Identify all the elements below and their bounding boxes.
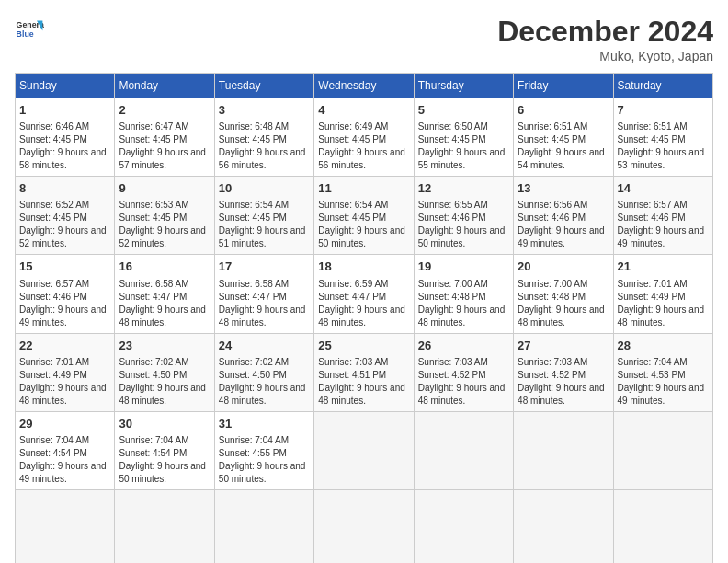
day-number: 17 [219, 259, 310, 275]
calendar-cell: 5Sunrise: 6:50 AMSunset: 4:45 PMDaylight… [414, 98, 513, 177]
sunset: Sunset: 4:46 PM [518, 213, 586, 223]
calendar-cell: 12Sunrise: 6:55 AMSunset: 4:46 PMDayligh… [414, 177, 513, 255]
calendar-cell [115, 489, 214, 563]
daylight-label: Daylight: 9 hours and 48 minutes. [19, 383, 107, 406]
calendar-row: 15Sunrise: 6:57 AMSunset: 4:46 PMDayligh… [16, 255, 713, 333]
calendar-cell: 13Sunrise: 6:56 AMSunset: 4:46 PMDayligh… [514, 177, 613, 255]
calendar-cell: 20Sunrise: 7:00 AMSunset: 4:48 PMDayligh… [514, 255, 613, 333]
sunrise: Sunrise: 7:03 AM [518, 357, 587, 367]
sunrise: Sunrise: 7:00 AM [418, 279, 488, 289]
sunrise: Sunrise: 7:02 AM [119, 357, 188, 367]
sunrise: Sunrise: 7:04 AM [219, 435, 289, 445]
day-header-row: Sunday Monday Tuesday Wednesday Thursday… [16, 74, 713, 98]
calendar-cell: 11Sunrise: 6:54 AMSunset: 4:45 PMDayligh… [314, 177, 414, 255]
daylight-label: Daylight: 9 hours and 56 minutes. [219, 147, 306, 170]
sunset: Sunset: 4:50 PM [219, 370, 287, 380]
sunrise: Sunrise: 6:50 AM [418, 121, 488, 132]
sunset: Sunset: 4:45 PM [318, 213, 386, 223]
sunset: Sunset: 4:45 PM [219, 213, 287, 223]
day-number: 20 [518, 259, 609, 275]
calendar-cell: 3Sunrise: 6:48 AMSunset: 4:45 PMDaylight… [214, 98, 313, 177]
day-number: 30 [119, 416, 210, 432]
daylight-label: Daylight: 9 hours and 48 minutes. [318, 383, 405, 406]
col-tuesday: Tuesday [214, 74, 313, 98]
daylight-label: Daylight: 9 hours and 51 minutes. [219, 225, 306, 248]
sunrise: Sunrise: 7:01 AM [618, 279, 688, 289]
sunset: Sunset: 4:45 PM [219, 134, 287, 144]
day-number: 3 [219, 102, 310, 119]
calendar-cell [414, 411, 513, 489]
daylight-label: Daylight: 9 hours and 48 minutes. [119, 383, 206, 406]
calendar-cell: 15Sunrise: 6:57 AMSunset: 4:46 PMDayligh… [16, 255, 115, 333]
calendar-cell: 29Sunrise: 7:04 AMSunset: 4:54 PMDayligh… [16, 411, 115, 489]
calendar-cell [514, 411, 613, 489]
day-number: 22 [19, 338, 110, 354]
sunset: Sunset: 4:45 PM [518, 134, 586, 144]
sunrise: Sunrise: 6:57 AM [19, 279, 89, 289]
calendar-cell: 28Sunrise: 7:04 AMSunset: 4:53 PMDayligh… [613, 333, 712, 411]
page-header: General Blue December 2024 Muko, Kyoto, … [15, 15, 713, 63]
sunrise: Sunrise: 6:51 AM [618, 121, 688, 132]
sunset: Sunset: 4:45 PM [318, 134, 386, 144]
sunset: Sunset: 4:45 PM [19, 213, 87, 223]
sunrise: Sunrise: 6:51 AM [518, 121, 587, 132]
sunset: Sunset: 4:48 PM [518, 292, 586, 302]
day-number: 28 [618, 338, 709, 354]
calendar-table: Sunday Monday Tuesday Wednesday Thursday… [15, 73, 713, 563]
calendar-row: 29Sunrise: 7:04 AMSunset: 4:54 PMDayligh… [16, 411, 713, 489]
day-number: 27 [518, 338, 609, 354]
calendar-cell [514, 489, 613, 563]
day-number: 6 [518, 102, 609, 119]
calendar-cell [613, 489, 712, 563]
sunrise: Sunrise: 7:04 AM [19, 435, 89, 445]
sunset: Sunset: 4:52 PM [518, 370, 586, 380]
calendar-cell: 22Sunrise: 7:01 AMSunset: 4:49 PMDayligh… [16, 333, 115, 411]
sunset: Sunset: 4:54 PM [19, 448, 87, 458]
calendar-cell: 4Sunrise: 6:49 AMSunset: 4:45 PMDaylight… [314, 98, 414, 177]
day-number: 26 [418, 338, 509, 354]
calendar-cell: 19Sunrise: 7:00 AMSunset: 4:48 PMDayligh… [414, 255, 513, 333]
daylight-label: Daylight: 9 hours and 49 minutes. [618, 383, 705, 406]
sunset: Sunset: 4:47 PM [318, 292, 386, 302]
calendar-cell: 17Sunrise: 6:58 AMSunset: 4:47 PMDayligh… [214, 255, 313, 333]
calendar-cell: 25Sunrise: 7:03 AMSunset: 4:51 PMDayligh… [314, 333, 414, 411]
daylight-label: Daylight: 9 hours and 48 minutes. [219, 383, 306, 406]
daylight-label: Daylight: 9 hours and 48 minutes. [418, 304, 506, 327]
sunset: Sunset: 4:55 PM [219, 448, 287, 458]
calendar-cell: 16Sunrise: 6:58 AMSunset: 4:47 PMDayligh… [115, 255, 214, 333]
calendar-cell: 10Sunrise: 6:54 AMSunset: 4:45 PMDayligh… [214, 177, 313, 255]
calendar-cell [314, 489, 414, 563]
sunset: Sunset: 4:45 PM [19, 134, 87, 144]
day-number: 23 [119, 338, 210, 354]
day-number: 14 [618, 180, 709, 197]
day-number: 16 [119, 259, 210, 275]
calendar-cell [214, 489, 313, 563]
day-number: 7 [618, 102, 709, 119]
calendar-cell: 2Sunrise: 6:47 AMSunset: 4:45 PMDaylight… [115, 98, 214, 177]
sunrise: Sunrise: 6:49 AM [318, 121, 388, 132]
logo-icon: General Blue [15, 15, 44, 44]
daylight-label: Daylight: 9 hours and 48 minutes. [518, 383, 605, 406]
sunrise: Sunrise: 7:01 AM [19, 357, 89, 367]
calendar-cell: 14Sunrise: 6:57 AMSunset: 4:46 PMDayligh… [613, 177, 712, 255]
day-number: 9 [119, 180, 210, 197]
daylight-label: Daylight: 9 hours and 57 minutes. [119, 147, 206, 170]
calendar-cell: 23Sunrise: 7:02 AMSunset: 4:50 PMDayligh… [115, 333, 214, 411]
sunset: Sunset: 4:48 PM [418, 292, 486, 302]
sunrise: Sunrise: 7:03 AM [418, 357, 488, 367]
sunrise: Sunrise: 7:00 AM [518, 279, 587, 289]
sunset: Sunset: 4:46 PM [418, 213, 486, 223]
day-number: 4 [318, 102, 409, 119]
sunrise: Sunrise: 6:48 AM [219, 121, 289, 132]
calendar-row: 22Sunrise: 7:01 AMSunset: 4:49 PMDayligh… [16, 333, 713, 411]
sunrise: Sunrise: 6:55 AM [418, 200, 488, 210]
calendar-cell: 9Sunrise: 6:53 AMSunset: 4:45 PMDaylight… [115, 177, 214, 255]
daylight-label: Daylight: 9 hours and 53 minutes. [618, 147, 705, 170]
day-number: 15 [19, 259, 110, 275]
daylight-label: Daylight: 9 hours and 50 minutes. [219, 461, 306, 484]
daylight-label: Daylight: 9 hours and 56 minutes. [318, 147, 405, 170]
day-number: 18 [318, 259, 409, 275]
col-monday: Monday [115, 74, 214, 98]
daylight-label: Daylight: 9 hours and 49 minutes. [618, 225, 705, 248]
sunset: Sunset: 4:51 PM [318, 370, 386, 380]
